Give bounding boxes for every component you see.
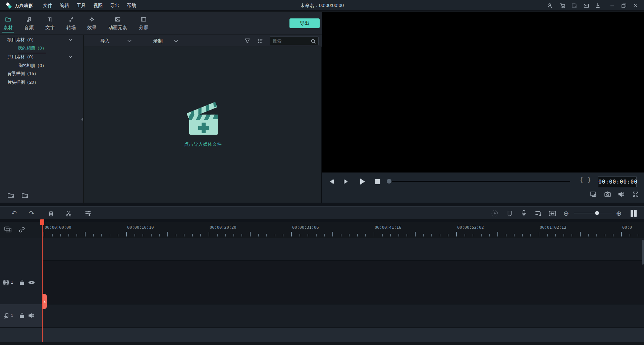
mark-out-icon[interactable]: } — [588, 177, 591, 183]
audio-track-lane[interactable] — [0, 304, 644, 327]
voiceover-button[interactable] — [520, 210, 528, 217]
view-grid-button[interactable] — [258, 39, 263, 43]
zoom-in-button[interactable]: ⊕ — [615, 210, 623, 217]
tab-elements[interactable]: 动画元素 — [104, 12, 131, 35]
link-clips-button[interactable] — [18, 226, 25, 233]
mail-icon[interactable] — [583, 3, 589, 9]
import-button[interactable]: 导入 — [100, 35, 110, 47]
zoom-out-button[interactable]: ⊖ — [562, 210, 570, 217]
tab-effects[interactable]: 效果 — [78, 12, 105, 35]
tree-item-my-album[interactable]: 我的相册（0） — [0, 44, 83, 52]
stop-button[interactable] — [375, 179, 380, 185]
display-settings-button[interactable] — [590, 191, 597, 198]
ruler-scale[interactable]: 00:00:00:0000:00:10:1000:00:20:2000:00:3… — [42, 222, 644, 238]
menu-view[interactable]: 视图 — [90, 0, 106, 11]
ruler-tick — [605, 234, 605, 236]
previous-frame-button[interactable] — [329, 179, 335, 185]
ruler-tick — [382, 234, 383, 236]
search-icon[interactable] — [311, 39, 316, 44]
ruler-tick — [324, 234, 325, 236]
tab-split-screen[interactable]: 分屏 — [130, 12, 157, 35]
ruler-label: 00:00:00:00 — [45, 225, 71, 230]
menu-file[interactable]: 文件 — [39, 0, 56, 11]
split-button[interactable] — [65, 210, 72, 217]
undo-button[interactable]: ↶ — [10, 210, 18, 217]
menu-export[interactable]: 导出 — [106, 0, 123, 11]
video-track-lock-button[interactable] — [18, 279, 25, 285]
close-button[interactable] — [633, 3, 639, 9]
import-media-dropzone[interactable] — [186, 97, 220, 137]
chevron-down-icon[interactable] — [174, 40, 178, 42]
microphone-icon — [521, 210, 527, 217]
ruler-tick — [233, 234, 234, 236]
track-height-icon — [631, 210, 637, 217]
mark-in-icon[interactable]: { — [580, 177, 583, 183]
account-icon[interactable] — [547, 3, 553, 9]
export-button[interactable]: 导出 — [289, 18, 320, 28]
menu-tools[interactable]: 工具 — [73, 0, 90, 11]
track-height-toggle[interactable] — [629, 210, 639, 217]
seek-bar[interactable] — [392, 181, 570, 182]
ruler-tick — [159, 234, 160, 236]
menu-help[interactable]: 帮助 — [123, 0, 140, 11]
playhead-top-handle[interactable] — [40, 219, 44, 225]
sidebar-collapse-handle[interactable] — [80, 114, 84, 125]
delete-button[interactable] — [47, 210, 55, 217]
chevron-down-icon[interactable] — [127, 40, 131, 42]
ruler-label: 00:00:10:10 — [127, 225, 154, 230]
next-frame-button[interactable] — [343, 179, 349, 185]
snapshot-button[interactable] — [604, 191, 611, 198]
minimize-button[interactable] — [609, 3, 615, 9]
zoom-slider[interactable] — [574, 213, 612, 213]
marker-button[interactable] — [506, 210, 514, 217]
seek-handle[interactable] — [387, 179, 391, 184]
timeline-lower-area[interactable] — [0, 327, 644, 342]
redo-button[interactable]: ↷ — [28, 210, 35, 217]
restore-button[interactable] — [621, 3, 627, 9]
audio-track-lock-button[interactable] — [18, 312, 25, 319]
timeline-empty-area[interactable] — [0, 238, 644, 260]
ruler-tick — [44, 232, 44, 236]
zoom-slider-handle[interactable] — [595, 211, 599, 215]
tree-item-intro-samples[interactable]: 片头样例（20） — [0, 78, 83, 86]
tree-item-project-media[interactable]: 项目素材（0） — [0, 36, 83, 44]
video-track-lane[interactable] — [0, 260, 644, 304]
manage-tracks-button[interactable] — [4, 226, 12, 233]
video-track-visibility-button[interactable] — [28, 279, 35, 286]
mute-button[interactable] — [618, 191, 625, 198]
timeline-scrollbar-thumb[interactable] — [642, 240, 644, 265]
tree-item-shared-media[interactable]: 共用素材（0） — [0, 53, 83, 61]
record-button[interactable]: 录制 — [153, 35, 163, 47]
search-input[interactable] — [273, 37, 309, 45]
playhead-line[interactable] — [42, 219, 43, 342]
download-icon[interactable] — [595, 3, 601, 9]
lock-open-icon — [19, 312, 25, 319]
playhead-scissors-handle[interactable]: ✂ — [43, 294, 47, 309]
chevron-down-icon[interactable] — [69, 39, 72, 41]
audio-track-mute-button[interactable] — [28, 312, 35, 319]
tree-item-background-samples[interactable]: 背景样例（15） — [0, 70, 83, 78]
video-track-icon — [3, 279, 9, 286]
adjust-button[interactable] — [84, 210, 92, 217]
chevron-down-icon[interactable] — [69, 56, 72, 58]
play-button[interactable] — [359, 178, 366, 185]
fullscreen-button[interactable] — [632, 191, 639, 198]
menu-edit[interactable]: 编辑 — [56, 0, 73, 11]
zoom-to-fit-button[interactable] — [549, 210, 556, 217]
tree-item-my-album-shared[interactable]: 我的相册（0） — [0, 62, 83, 70]
cart-icon[interactable] — [560, 3, 566, 9]
filter-button[interactable] — [245, 38, 250, 44]
ruler-tick — [448, 234, 448, 236]
import-media-hint[interactable]: 点击导入媒体文件 — [84, 141, 322, 147]
ruler-tick — [118, 234, 118, 236]
ruler-tick — [456, 232, 457, 236]
video-canvas[interactable] — [322, 12, 644, 172]
save-icon[interactable] — [571, 3, 577, 9]
delete-album-button[interactable] — [21, 192, 29, 199]
timecode-display[interactable]: 00:00:00:00 — [598, 177, 637, 187]
add-album-button[interactable] — [7, 192, 15, 199]
render-preview-button[interactable] — [491, 210, 498, 217]
ruler-tick — [241, 234, 242, 236]
audio-mixer-button[interactable] — [535, 210, 542, 217]
music-note-icon — [26, 16, 32, 22]
